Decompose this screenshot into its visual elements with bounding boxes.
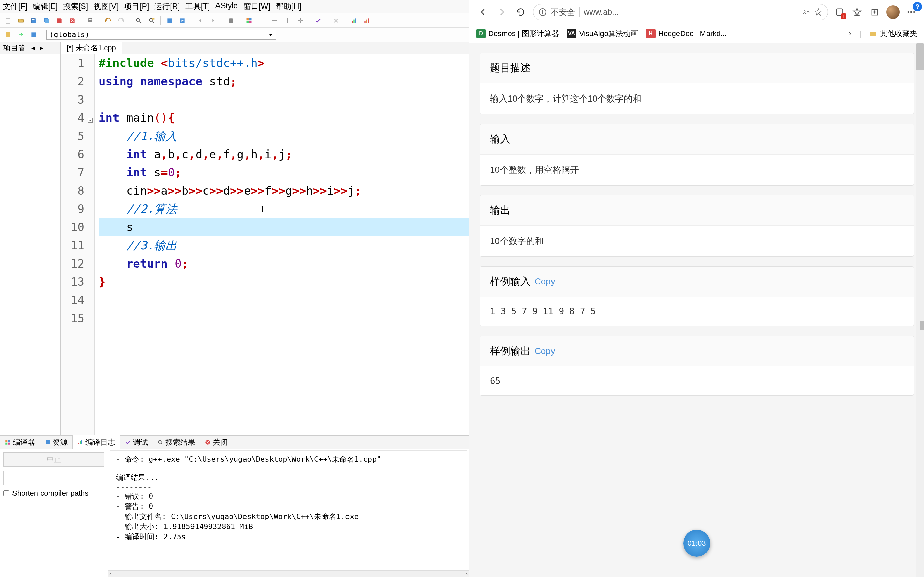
print-icon[interactable] [85,15,95,26]
bookmark-icon[interactable] [3,29,13,40]
bookmarks-overflow-icon[interactable]: › [849,29,851,38]
copy-sample-input[interactable]: Copy [535,276,555,287]
svg-point-41 [158,440,162,443]
profile2-icon[interactable] [361,15,372,26]
compile-log-output[interactable]: - 命令: g++.exe "C:\Users\yugao\Desktop\Wo… [110,450,467,569]
address-bar[interactable]: 不安全 www.ab... 文A [533,4,828,20]
new-file-icon[interactable] [3,15,13,26]
grid1-icon[interactable] [244,15,254,26]
tab-compile-log[interactable]: 编译日志 [72,435,120,450]
browser-content[interactable]: 题目描述 输入10个数字，计算这个10个数字的和 输入 10个整数，用空格隔开 … [469,43,924,577]
find-icon[interactable] [133,15,144,26]
shorten-paths-checkbox[interactable]: Shorten compiler paths [3,489,104,498]
tab-debug[interactable]: 调试 [120,435,153,450]
profile-avatar[interactable] [886,5,900,19]
translate-icon[interactable]: 文A [802,8,810,16]
scope-text: (globals) [49,31,89,39]
url-text: www.ab... [583,7,619,17]
svg-rect-20 [288,18,290,23]
code-content[interactable]: #include <bits/stdc++.h>using namespace … [95,54,469,435]
tab-next-icon[interactable]: ▸ [37,44,45,52]
redo-icon[interactable] [115,15,126,26]
menu-bar: 文件[F] 编辑[E] 搜索[S] 视图[V] 项目[P] 运行[R] 工具[T… [0,0,469,13]
collections-icon[interactable] [869,6,881,18]
grid5-icon[interactable] [295,15,305,26]
refresh-button[interactable] [514,5,528,19]
more-icon[interactable] [905,6,917,18]
forward-button[interactable] [495,5,509,19]
menu-astyle[interactable]: AStyle [215,2,238,12]
forward-icon[interactable] [208,15,218,26]
debug-icon[interactable] [226,15,236,26]
svg-rect-39 [80,442,81,445]
svg-rect-27 [355,18,356,23]
menu-view[interactable]: 视图[V] [94,2,118,12]
svg-rect-29 [366,19,367,23]
grid3-icon[interactable] [269,15,280,26]
menu-edit[interactable]: 编辑[E] [33,2,58,12]
input-body: 10个整数，用空格隔开 [480,155,914,185]
compile-icon[interactable] [164,15,175,26]
bookmark-visualgo[interactable]: VAVisuAlgo算法动画 [567,29,638,39]
bookmark-desmos[interactable]: DDesmos | 图形计算器 [476,29,559,39]
save-icon[interactable] [28,15,39,26]
sample-input-card: 样例输入 Copy 1 3 5 7 9 11 9 8 7 5 [480,266,914,326]
profile-icon[interactable] [349,15,359,26]
favorites-icon[interactable] [851,6,863,18]
code-editor[interactable]: 123456789101112131415 - #include <bits/s… [61,54,469,435]
back-button[interactable] [476,5,490,19]
svg-rect-2 [88,19,92,22]
file-tab[interactable]: [*] 未命名1.cpp [61,42,122,55]
tab-close[interactable]: 关闭 [200,435,233,450]
input-card: 输入 10个整数，用空格隔开 [480,124,914,185]
replace-icon[interactable] [146,15,157,26]
open-file-icon[interactable] [16,15,26,26]
save-as-icon[interactable] [54,15,65,26]
save-all-icon[interactable] [41,15,52,26]
shorten-paths-input[interactable] [3,490,10,496]
tab-prev-icon[interactable]: ◂ [29,44,37,52]
check-icon[interactable] [313,15,323,26]
fold-gutter[interactable]: - [88,54,95,435]
project-tree[interactable] [0,54,60,435]
tab-compiler[interactable]: 编译器 [0,435,40,450]
goto-icon[interactable] [16,29,26,40]
menu-search[interactable]: 搜索[S] [63,2,88,12]
scope-selector[interactable]: (globals) ▾ [46,30,276,40]
svg-rect-18 [272,21,277,23]
svg-rect-31 [6,32,10,37]
browser-scrollbar[interactable] [916,43,924,577]
bookmark-hedgedoc[interactable]: HHedgeDoc - Markd... [646,29,727,39]
run-icon[interactable] [177,15,188,26]
stop-button[interactable]: 中止 [3,453,104,467]
close-file-icon[interactable] [67,15,78,26]
back-icon[interactable] [195,15,206,26]
undo-icon[interactable] [103,15,113,26]
menu-tools[interactable]: 工具[T] [186,2,210,12]
log-scrollbar[interactable]: ‹› [108,570,469,577]
chevron-down-icon: ▾ [268,31,273,39]
tab-search-results[interactable]: 搜索结果 [153,435,200,450]
svg-rect-13 [249,18,252,20]
grid4-icon[interactable] [282,15,293,26]
menu-window[interactable]: 窗口[W] [243,2,270,12]
menu-run[interactable]: 运行[R] [154,2,180,12]
project-tab[interactable]: 项目管 [0,42,29,54]
recording-timer[interactable]: 01:03 [683,530,710,557]
bookmark-folder-other[interactable]: 其他收藏夹 [869,29,917,39]
menu-file[interactable]: 文件[F] [3,2,27,12]
line-gutter: 123456789101112131415 [61,54,88,435]
star-icon[interactable] [814,8,822,16]
input-title: 输入 [480,124,914,155]
tab-resource[interactable]: 资源 [40,435,72,450]
cancel-icon[interactable] [331,15,341,26]
copy-sample-output[interactable]: Copy [535,346,555,356]
workspace: 项目管 ◂ ▸ [*] 未命名1.cpp 1234567891011121314… [0,42,469,435]
grid2-icon[interactable] [256,15,267,26]
class-icon[interactable] [28,29,39,40]
scrollbar-thumb[interactable] [916,43,924,70]
svg-line-42 [161,443,162,445]
menu-help[interactable]: 帮助[H] [276,2,301,12]
extensions-icon[interactable]: 1 [834,6,846,18]
menu-project[interactable]: 项目[P] [124,2,149,12]
